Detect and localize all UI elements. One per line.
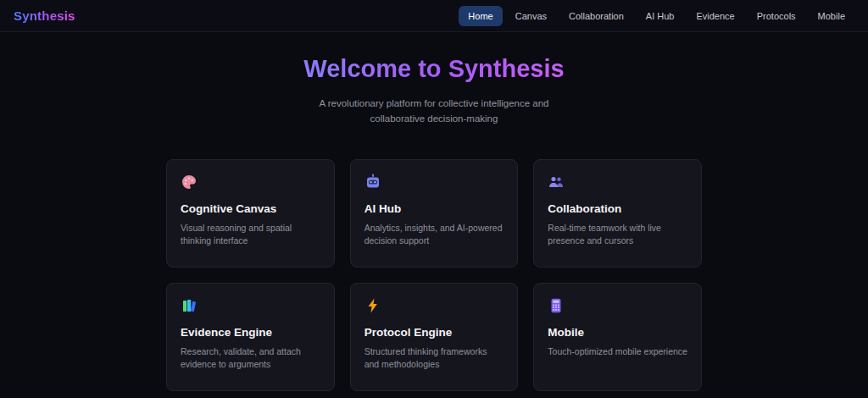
nav-item-mobile[interactable]: Mobile (809, 6, 854, 26)
card-collaboration[interactable]: Collaboration Real-time teamwork with li… (533, 159, 702, 268)
top-navigation-bar: Synthesis Home Canvas Collaboration AI H… (0, 0, 868, 32)
card-title: Evidence Engine (181, 326, 320, 339)
page-subtitle: A revolutionary platform for collective … (302, 97, 566, 127)
palette-icon (181, 174, 320, 192)
card-cognitive-canvas[interactable]: Cognitive Canvas Visual reasoning and sp… (166, 159, 335, 268)
phone-icon (548, 297, 687, 316)
card-evidence-engine[interactable]: Evidence Engine Research, validate, and … (166, 283, 335, 391)
card-description: Structured thinking frameworks and metho… (364, 345, 504, 373)
brand-logo[interactable]: Synthesis (14, 8, 75, 23)
card-description: Research, validate, and attach evidence … (181, 345, 320, 373)
main-nav: Home Canvas Collaboration AI Hub Evidenc… (459, 6, 854, 26)
page-bottom-strip (0, 398, 868, 403)
card-description: Visual reasoning and spatial thinking in… (181, 222, 320, 249)
card-title: Mobile (548, 326, 687, 339)
card-ai-hub[interactable]: AI Hub Analytics, insights, and AI-power… (350, 159, 519, 268)
page-title: Welcome to Synthesis (303, 55, 564, 83)
feature-card-grid: Cognitive Canvas Visual reasoning and sp… (166, 159, 702, 391)
nav-item-ai-hub[interactable]: AI Hub (637, 6, 684, 26)
nav-item-home[interactable]: Home (459, 6, 502, 26)
card-title: Protocol Engine (364, 326, 504, 339)
nav-item-evidence[interactable]: Evidence (687, 6, 743, 26)
card-title: AI Hub (364, 202, 504, 215)
lightning-icon (364, 297, 504, 316)
nav-item-collaboration[interactable]: Collaboration (559, 6, 633, 26)
card-mobile[interactable]: Mobile Touch-optimized mobile experience (533, 283, 702, 391)
card-protocol-engine[interactable]: Protocol Engine Structured thinking fram… (350, 283, 519, 391)
card-title: Collaboration (548, 202, 687, 215)
robot-icon (364, 174, 504, 192)
nav-item-canvas[interactable]: Canvas (506, 6, 556, 26)
card-description: Touch-optimized mobile experience (548, 345, 687, 359)
nav-item-protocols[interactable]: Protocols (748, 6, 805, 26)
books-icon (181, 297, 320, 316)
people-icon (548, 174, 687, 192)
card-title: Cognitive Canvas (181, 202, 320, 215)
card-description: Real-time teamwork with live presence an… (548, 222, 687, 249)
card-description: Analytics, insights, and AI-powered deci… (364, 222, 504, 249)
hero-section: Welcome to Synthesis A revolutionary pla… (0, 55, 868, 127)
